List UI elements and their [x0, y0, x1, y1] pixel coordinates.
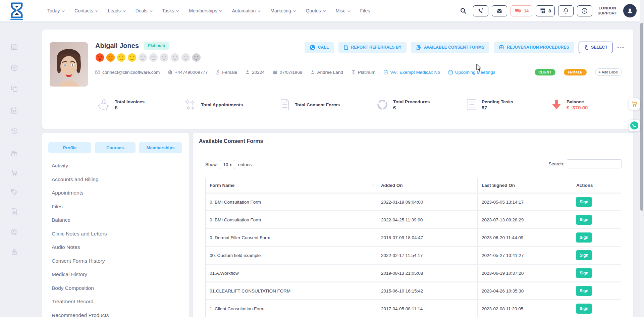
search-button[interactable] — [460, 7, 467, 14]
section-accounts-billing[interactable]: Accounts and Billing — [52, 175, 109, 183]
rail-duplicates[interactable] — [10, 85, 18, 93]
store-icon — [539, 8, 546, 14]
mood-yellow-sad-icon[interactable] — [117, 53, 126, 62]
help-icon: ? — [581, 8, 588, 14]
client-phone[interactable]: +447490009777 — [168, 70, 208, 75]
mood-grey-smile-icon[interactable] — [160, 53, 169, 62]
nav-label: Today — [47, 8, 60, 13]
client-email[interactable]: connect@clinicsoftware.com — [95, 70, 160, 75]
nav-quotes[interactable]: Quotes — [306, 8, 326, 13]
stat-label: Pending Tasks — [482, 99, 513, 104]
column-last-signed-on[interactable]: Last Signed On — [478, 178, 572, 193]
floating-whatsapp-button[interactable] — [629, 120, 640, 131]
stat-value: £ — [393, 105, 396, 110]
sign-button[interactable]: Sign — [576, 268, 592, 278]
mood-grey-smile-icon[interactable] — [181, 53, 190, 62]
nav-misc[interactable]: Misc — [336, 8, 351, 13]
mood-grey-neutral-icon[interactable] — [149, 53, 158, 62]
phone-value: +447490009777 — [175, 70, 208, 75]
chat-button[interactable]: 14 — [511, 5, 532, 16]
account-menu[interactable]: LONDON SUPPORT — [598, 6, 617, 16]
tab-courses[interactable]: Courses — [95, 142, 136, 153]
mood-orange-frown-icon[interactable] — [106, 53, 115, 62]
mood-red-frown-icon[interactable] — [95, 53, 104, 62]
store-button[interactable]: 8 — [536, 5, 554, 16]
page-size-select[interactable]: 10 ▴▾ — [220, 160, 235, 169]
section-audio-notes[interactable]: Audio Notes — [52, 243, 109, 251]
sign-button[interactable]: Sign — [576, 197, 592, 207]
mood-yellow-neutral-icon[interactable] — [127, 53, 137, 62]
tab-profile[interactable]: Profile — [48, 142, 91, 153]
client-id-value: 20224 — [252, 70, 265, 75]
section-consent-forms-history[interactable]: Consent Forms History — [52, 257, 109, 265]
nav-today[interactable]: Today — [47, 8, 65, 13]
rail-history[interactable] — [10, 127, 18, 135]
mood-grey-neutral-icon[interactable] — [138, 53, 147, 62]
upcoming-meetings-link[interactable]: 12 Upcoming Meetings — [448, 70, 495, 75]
form-pen-icon — [416, 45, 421, 50]
report-referrals-button[interactable]: REPORT REFERRALS BY — [338, 42, 407, 53]
search-input[interactable] — [567, 159, 622, 168]
available-consent-forms-button[interactable]: AVAILABLE CONSENT FORMS — [411, 42, 489, 53]
inbox-button[interactable] — [492, 5, 507, 16]
client-header-card: Abigail Jones Platinum CALL REPORT REFER… — [42, 30, 633, 129]
vat-exempt-link[interactable]: VAT Exempt Medical: No — [384, 70, 440, 75]
section-appointments[interactable]: Appointments — [52, 189, 109, 197]
nav-automation[interactable]: Automation — [232, 8, 261, 13]
section-recommended-products[interactable]: Recommended Products — [52, 311, 109, 317]
rail-products[interactable] — [10, 64, 18, 72]
nav-leads[interactable]: Leads — [108, 8, 126, 13]
sign-button[interactable]: Sign — [576, 250, 592, 260]
section-clinic-notes[interactable]: Clinic Notes and Letters — [52, 230, 109, 238]
rail-gifts[interactable] — [10, 149, 18, 157]
app-logo[interactable] — [9, 2, 25, 20]
scrollbar-thumb[interactable] — [640, 23, 643, 211]
search-icon — [460, 7, 467, 14]
rail-rebook[interactable] — [10, 106, 18, 115]
stat-label: Total Invoices — [115, 99, 145, 104]
select-button[interactable]: SELECT — [579, 42, 613, 53]
section-medical-history[interactable]: Medical History — [52, 270, 109, 278]
nav-tasks[interactable]: Tasks — [162, 8, 179, 13]
page-scrollbar[interactable] — [640, 0, 644, 317]
floating-cart-button[interactable] — [629, 98, 640, 110]
add-label-button[interactable]: + Add Label — [595, 68, 622, 76]
rail-account[interactable] — [10, 228, 18, 236]
section-balance[interactable]: Balance — [52, 216, 109, 224]
cart-icon — [631, 100, 638, 108]
nav-label: Misc — [336, 8, 345, 13]
section-body-composition[interactable]: Body Composition — [52, 284, 109, 292]
sign-button[interactable]: Sign — [576, 304, 592, 314]
more-options-button[interactable]: ••• — [617, 45, 625, 50]
tab-memberships[interactable]: Memberships — [139, 142, 182, 153]
rail-cart[interactable] — [10, 168, 18, 177]
email-icon — [95, 70, 100, 74]
notifications-button[interactable] — [558, 5, 574, 16]
call-button[interactable]: CALL — [305, 42, 334, 53]
nav-memberships[interactable]: Memberships — [189, 8, 222, 13]
phone-button[interactable] — [473, 5, 488, 16]
rail-calendar[interactable]: 12 — [10, 43, 18, 51]
mood-darkgrey-smile-icon[interactable] — [192, 53, 201, 62]
help-button[interactable]: ? — [577, 5, 592, 16]
section-activity[interactable]: Activity — [52, 162, 109, 170]
sign-button[interactable]: Sign — [576, 232, 592, 243]
entries-label: entries — [238, 162, 252, 167]
topbar-actions: 14 8 ? LONDON SUPPORT — [460, 0, 637, 21]
rail-reports[interactable] — [10, 208, 18, 216]
column-added-on[interactable]: Added On — [377, 178, 478, 193]
section-treatment-record[interactable]: Treatment Record — [52, 298, 109, 306]
sign-button[interactable]: Sign — [576, 286, 592, 296]
rail-security[interactable] — [10, 248, 18, 256]
nav-contacts[interactable]: Contacts — [74, 8, 98, 13]
nav-deals[interactable]: Deals — [136, 8, 153, 13]
rejuvenation-procedures-button[interactable]: REJUVENATION PROCEDURES — [494, 42, 574, 53]
user-avatar[interactable] — [623, 4, 637, 17]
column-form-name[interactable]: Form Name↑↓ — [206, 178, 377, 193]
nav-files[interactable]: Files — [360, 8, 370, 13]
section-files[interactable]: Files — [52, 203, 109, 211]
mood-grey-smile-icon[interactable] — [170, 53, 179, 62]
rail-pricing[interactable]: $ — [10, 188, 18, 196]
sign-button[interactable]: Sign — [576, 215, 592, 225]
nav-marketing[interactable]: Marketing — [270, 8, 296, 13]
